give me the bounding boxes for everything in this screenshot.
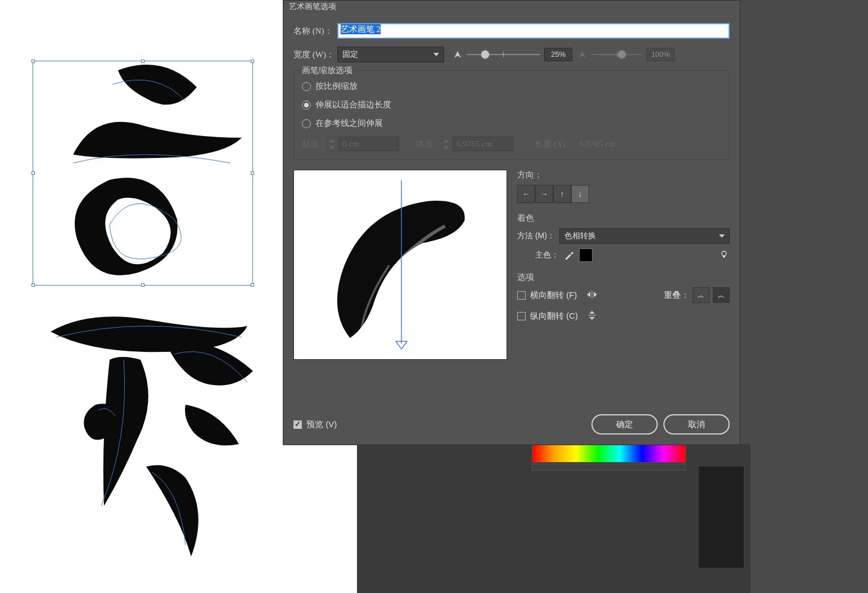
name-label: 名称 (N)： bbox=[293, 26, 337, 37]
overlap-mode-1-button[interactable]: ︽ bbox=[693, 287, 709, 303]
options-label: 选项 bbox=[517, 272, 730, 283]
direction-left-button[interactable]: ← bbox=[517, 185, 535, 203]
eyedropper-icon[interactable] bbox=[563, 250, 575, 261]
colorize-label: 着色 bbox=[517, 213, 730, 224]
brush-preview bbox=[293, 170, 507, 360]
scale-stretch-radio[interactable]: 伸展以适合描边长度 bbox=[302, 99, 721, 110]
flip-across-icon bbox=[587, 310, 597, 323]
svg-point-1 bbox=[722, 251, 726, 256]
preview-checkbox[interactable] bbox=[293, 420, 302, 429]
width-slider-max bbox=[591, 49, 642, 60]
selection-bounds[interactable] bbox=[33, 61, 253, 286]
dialog-title: 艺术画笔选项 bbox=[283, 1, 740, 13]
width-pct-min[interactable]: 25% bbox=[544, 48, 572, 61]
overlap-mode-2-button[interactable]: ︽ bbox=[713, 287, 730, 303]
art-brush-options-dialog: 艺术画笔选项 名称 (N)： 艺术画笔 2 宽度 (W)： 固定 25% bbox=[283, 0, 740, 445]
colorize-method-select[interactable]: 色相转换 bbox=[559, 228, 730, 244]
length-label: 长度 (X)： bbox=[535, 139, 574, 150]
flip-vertical-checkbox[interactable] bbox=[517, 312, 526, 320]
flip-h-label: 横向翻转 (F) bbox=[530, 290, 577, 301]
direction-down-button[interactable]: ↓ bbox=[571, 185, 589, 203]
flip-along-icon bbox=[586, 290, 598, 301]
ok-button[interactable]: 确定 bbox=[591, 414, 658, 434]
color-panel-footer bbox=[532, 464, 686, 470]
width-pct-max: 100% bbox=[647, 48, 675, 61]
cancel-button[interactable]: 取消 bbox=[663, 414, 730, 434]
keycolor-swatch[interactable] bbox=[579, 248, 593, 262]
width-mode-value: 固定 bbox=[342, 49, 358, 60]
color-spectrum-panel[interactable] bbox=[532, 443, 686, 463]
end-spinner bbox=[441, 137, 451, 151]
svg-rect-2 bbox=[723, 256, 725, 257]
side-panel bbox=[699, 467, 744, 568]
scale-options-group: 画笔缩放选项 按比例缩放 伸展以适合描边长度 在参考线之间伸展 起点： 0 cm… bbox=[293, 70, 730, 160]
width-label: 宽度 (W)： bbox=[293, 49, 337, 60]
preview-label: 预览 (V) bbox=[306, 419, 337, 430]
scale-guides-radio[interactable]: 在参考线之间伸展 bbox=[302, 118, 721, 129]
start-spinner bbox=[327, 137, 337, 151]
scale-group-title: 画笔缩放选项 bbox=[300, 65, 355, 76]
width-slider-min[interactable] bbox=[467, 49, 540, 60]
brush-name-input[interactable]: 艺术画笔 2 bbox=[337, 23, 730, 39]
pen-nib-icon bbox=[452, 49, 463, 60]
chevron-down-icon bbox=[719, 234, 725, 238]
end-label: 终点： bbox=[416, 139, 441, 150]
lightbulb-tip-icon[interactable] bbox=[720, 250, 730, 260]
keycolor-label: 主色： bbox=[535, 250, 559, 260]
flip-horizontal-checkbox[interactable] bbox=[517, 291, 526, 300]
width-mode-select[interactable]: 固定 bbox=[337, 47, 444, 62]
length-value: 6.9765 cm bbox=[580, 139, 615, 149]
start-input: 0 cm bbox=[338, 137, 399, 151]
direction-up-button[interactable]: ↑ bbox=[553, 185, 571, 203]
direction-label: 方向： bbox=[517, 170, 730, 180]
method-label: 方法 (M)： bbox=[517, 231, 555, 241]
start-label: 起点： bbox=[302, 139, 327, 150]
overlap-label: 重叠： bbox=[664, 290, 689, 301]
chevron-down-icon bbox=[433, 53, 439, 56]
brush-name-value: 艺术画笔 2 bbox=[341, 24, 381, 34]
pen-nib-icon bbox=[577, 49, 588, 60]
direction-right-button[interactable]: → bbox=[535, 185, 553, 203]
scale-proportional-radio[interactable]: 按比例缩放 bbox=[302, 81, 721, 92]
end-input: 6.9765 cm bbox=[453, 137, 513, 151]
flip-v-label: 纵向翻转 (C) bbox=[530, 311, 578, 322]
